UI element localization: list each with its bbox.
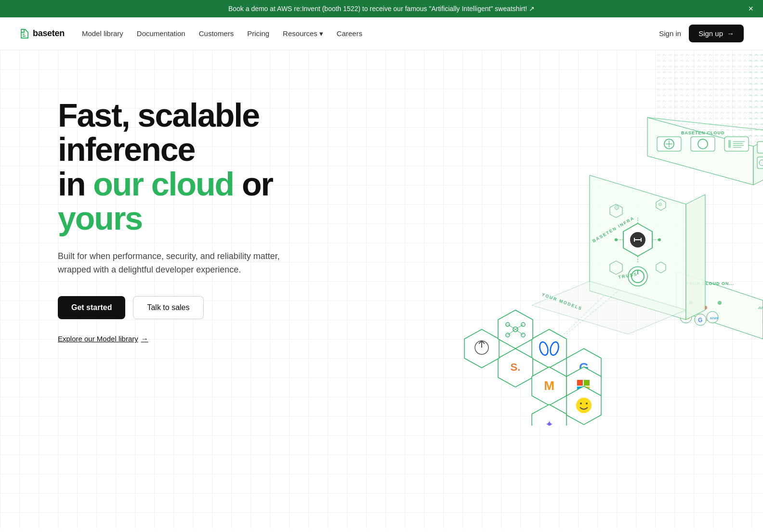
talk-to-sales-button[interactable]: Talk to sales	[133, 296, 203, 319]
banner-message: Book a demo at AWS re:Invent (booth 1522…	[228, 5, 527, 13]
nav-model-library[interactable]: Model library	[82, 29, 123, 38]
nav-actions: Sign in Sign up →	[659, 25, 744, 42]
hero-title-green2: yours	[58, 200, 142, 236]
announcement-banner: Book a demo at AWS re:Invent (booth 1522…	[0, 0, 763, 17]
svg-text:✦: ✦	[546, 421, 553, 426]
svg-point-28	[718, 301, 722, 305]
explore-model-library-link[interactable]: Explore our Model library →	[58, 335, 148, 343]
main-nav: baseten Model library Documentation Cust…	[0, 17, 763, 50]
banner-text[interactable]: Book a demo at AWS re:Invent (booth 1522…	[19, 5, 744, 13]
nav-resources-label: Resources	[283, 29, 317, 38]
hero-title-green1: our cloud	[93, 166, 234, 202]
hero-title-line1: Fast, scalable inference	[58, 97, 259, 168]
svg-point-58	[615, 238, 618, 241]
svg-text:⚙: ⚙	[614, 204, 620, 211]
svg-rect-14	[724, 137, 749, 151]
banner-arrow-icon: ↗	[529, 5, 535, 13]
explore-arrow-icon: →	[141, 335, 148, 343]
hero-title: Fast, scalable inference in our cloud or…	[58, 98, 328, 236]
svg-rect-90	[577, 380, 583, 386]
logo-icon	[19, 28, 30, 39]
explore-text: Explore our Model library	[58, 335, 138, 343]
logo-text: baseten	[33, 28, 65, 39]
svg-marker-74	[464, 329, 499, 368]
banner-close-button[interactable]: ×	[748, 4, 753, 13]
hero-content: Fast, scalable inference in our cloud or…	[0, 50, 328, 372]
svg-text:M: M	[544, 378, 554, 393]
svg-text:⚙: ⚙	[658, 202, 662, 207]
sign-up-arrow-icon: →	[727, 29, 734, 38]
nav-links: Model library Documentation Customers Pr…	[82, 29, 659, 38]
svg-rect-20	[757, 142, 763, 153]
hero-title-pre: in	[58, 166, 93, 202]
svg-text:G: G	[698, 317, 702, 324]
svg-point-96	[580, 402, 582, 404]
svg-rect-15	[728, 140, 731, 148]
hero-title-mid: or	[234, 166, 273, 202]
hero-subtitle-line2: wrapped with a delightful developer expe…	[58, 265, 241, 274]
nav-customers[interactable]: Customers	[199, 29, 234, 38]
hero-subtitle: Built for when performance, security, an…	[58, 249, 308, 277]
svg-text:azure: azure	[710, 316, 719, 320]
svg-point-97	[586, 402, 588, 404]
svg-text:S.: S.	[511, 361, 521, 373]
chevron-down-icon: ▾	[319, 29, 323, 38]
sign-up-label: Sign up	[698, 29, 723, 38]
svg-rect-91	[584, 380, 590, 386]
isometric-diagram-svg: BASETEN CLOUD	[397, 89, 763, 426]
svg-marker-40	[686, 195, 705, 320]
logo-link[interactable]: baseten	[19, 28, 65, 39]
sign-in-button[interactable]: Sign in	[659, 29, 681, 38]
nav-documentation[interactable]: Documentation	[137, 29, 185, 38]
nav-careers[interactable]: Careers	[337, 29, 362, 38]
hero-diagram: BASETEN CLOUD	[397, 89, 763, 426]
sign-up-button[interactable]: Sign up →	[689, 25, 744, 42]
svg-text:AWS: AWS	[758, 306, 763, 310]
svg-point-59	[658, 238, 661, 241]
svg-rect-0	[23, 34, 25, 35]
svg-rect-21	[757, 157, 763, 169]
get-started-button[interactable]: Get started	[58, 296, 125, 319]
hero-subtitle-line1: Built for when performance, security, an…	[58, 251, 280, 261]
svg-rect-1	[23, 36, 26, 37]
nav-pricing[interactable]: Pricing	[247, 29, 269, 38]
svg-text:BASETEN CLOUD: BASETEN CLOUD	[681, 130, 725, 135]
svg-point-95	[576, 398, 592, 413]
nav-resources[interactable]: Resources ▾	[283, 29, 323, 38]
hero-section: Fast, scalable inference in our cloud or…	[0, 50, 763, 528]
hero-buttons: Get started Talk to sales	[58, 296, 328, 319]
